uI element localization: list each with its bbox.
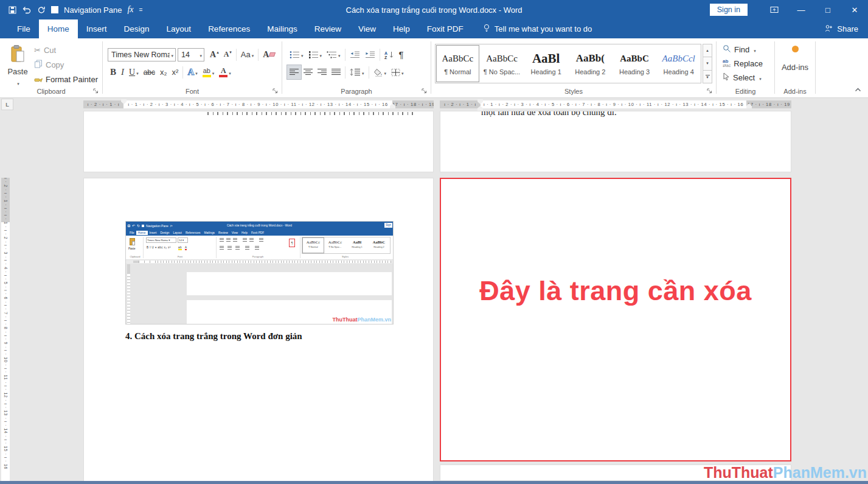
- style-heading-1[interactable]: AaBl Heading 1: [524, 44, 568, 83]
- numbering-button[interactable]: [306, 47, 325, 61]
- cut-button[interactable]: ✂ Cut: [34, 44, 98, 56]
- increase-indent-button[interactable]: [363, 47, 378, 61]
- styles-more-icon[interactable]: ▾: [703, 71, 712, 83]
- highlight-button[interactable]: ab: [200, 65, 217, 79]
- style-sample: AaBb(: [568, 47, 613, 68]
- styles-scroll-up-icon[interactable]: ▴: [703, 44, 712, 57]
- paste-button[interactable]: Paste: [5, 43, 30, 84]
- ribbon-display-options-icon[interactable]: [761, 0, 788, 19]
- format-painter-button[interactable]: Format Painter: [34, 73, 98, 85]
- addins-group: Add-ins Add-ins: [775, 38, 815, 97]
- font-color-bar: [219, 75, 227, 77]
- subscript-button[interactable]: x₂: [158, 65, 170, 79]
- find-button[interactable]: Find: [723, 44, 756, 55]
- align-right-button[interactable]: [315, 65, 329, 79]
- font-dialog-launcher-icon[interactable]: [272, 88, 279, 94]
- addin-dot-icon[interactable]: [792, 46, 799, 52]
- sign-in-button[interactable]: Sign in: [710, 4, 748, 16]
- tab-home[interactable]: Home: [39, 19, 78, 38]
- customize-quick-access-icon[interactable]: =: [139, 7, 142, 13]
- tab-selector[interactable]: L: [1, 99, 13, 110]
- text-effects-button[interactable]: A: [185, 65, 200, 79]
- page-to-delete[interactable]: Đây là trang cần xóa: [440, 178, 791, 461]
- strikethrough-button[interactable]: abc: [141, 65, 158, 79]
- underline-button[interactable]: U: [127, 65, 141, 79]
- style-normal[interactable]: AaBbCc ¶ Normal: [436, 44, 480, 83]
- show-formatting-marks-button[interactable]: ¶: [397, 47, 406, 61]
- font-color-button[interactable]: A: [217, 65, 234, 79]
- styles-group: AaBbCc ¶ Normal AaBbCc ¶ No Spac... AaBl…: [431, 38, 716, 97]
- tab-view[interactable]: View: [350, 19, 384, 38]
- tab-mailings[interactable]: Mailings: [259, 19, 306, 38]
- font-size-select[interactable]: 14: [178, 48, 204, 61]
- align-center-button[interactable]: [301, 65, 315, 79]
- styles-dialog-launcher-icon[interactable]: [706, 88, 713, 94]
- change-case-button[interactable]: Aa: [238, 47, 256, 61]
- clear-formatting-button[interactable]: A: [260, 47, 277, 61]
- grow-font-button[interactable]: A▴: [207, 47, 221, 61]
- clipped-line[interactable]: một lần nữa để xóa toàn bộ chúng đi.: [481, 111, 791, 117]
- select-label: Select: [733, 73, 755, 82]
- copy-label: Copy: [46, 60, 64, 69]
- replace-icon: ab⇄ac: [723, 59, 731, 68]
- page-left-main[interactable]: ↶ ↻ Navigation Pane fx Cách xóa trang tr…: [83, 178, 434, 484]
- font-family-select[interactable]: Times New Roma: [108, 48, 176, 61]
- minimize-button[interactable]: —: [788, 0, 814, 19]
- font-group: Times New Roma 14 A▴ A▾ Aa: [103, 38, 282, 97]
- undo-icon[interactable]: [22, 6, 32, 14]
- sort-button[interactable]: AZ: [382, 47, 397, 61]
- page-top-left[interactable]: [83, 111, 434, 172]
- red-page-text[interactable]: Đây là trang cần xóa: [441, 275, 790, 307]
- decrease-indent-button[interactable]: [347, 47, 363, 61]
- shading-button[interactable]: [371, 65, 389, 79]
- section-heading[interactable]: 4. Cách xóa trang trắng trong Word đơn g…: [125, 331, 302, 342]
- tab-insert[interactable]: Insert: [78, 19, 116, 38]
- copy-button[interactable]: Copy: [34, 58, 98, 71]
- tab-review[interactable]: Review: [306, 19, 350, 38]
- italic-button[interactable]: I: [119, 65, 127, 79]
- navigation-pane-label[interactable]: Navigation Pane: [64, 5, 122, 15]
- change-case-label: Aa: [241, 50, 251, 59]
- tell-me-box[interactable]: Tell me what you want to do: [483, 19, 592, 38]
- collapse-ribbon-icon[interactable]: [854, 85, 862, 94]
- embedded-screenshot[interactable]: ↶ ↻ Navigation Pane fx Cách xóa trang tr…: [125, 221, 394, 324]
- tab-references[interactable]: References: [200, 19, 259, 38]
- tab-help[interactable]: Help: [384, 19, 418, 38]
- addins-button[interactable]: Add-ins: [775, 63, 815, 72]
- line-spacing-button[interactable]: [347, 65, 367, 79]
- navigation-pane-checkbox[interactable]: [51, 6, 58, 13]
- share-button[interactable]: Share: [824, 19, 858, 38]
- clipboard-dialog-launcher-icon[interactable]: [92, 88, 99, 94]
- style-heading-4[interactable]: AaBbCcl Heading 4: [656, 44, 701, 83]
- page-top-right[interactable]: một lần nữa để xóa toàn bộ chúng đi.: [440, 111, 791, 172]
- style-sample: AaBbCc: [436, 47, 480, 68]
- close-button[interactable]: ✕: [841, 0, 868, 19]
- tab-layout[interactable]: Layout: [158, 19, 200, 38]
- paragraph-dialog-launcher-icon[interactable]: [421, 88, 428, 94]
- save-icon[interactable]: [9, 6, 16, 14]
- bullets-button[interactable]: [287, 47, 306, 61]
- mini-styles-gallery: AaBbCc¶ Normal AaBbCc¶ No Spac... AaBlHe…: [302, 237, 391, 254]
- bold-button[interactable]: B: [108, 65, 119, 79]
- style-no-spacing[interactable]: AaBbCc ¶ No Spac...: [480, 44, 524, 83]
- tab-file[interactable]: File: [9, 19, 39, 38]
- select-button[interactable]: Select: [723, 72, 762, 83]
- style-heading-3[interactable]: AaBbC Heading 3: [613, 44, 657, 83]
- styles-scroll-down-icon[interactable]: ▾: [703, 57, 712, 70]
- justify-button[interactable]: [329, 65, 343, 79]
- maximize-button[interactable]: □: [814, 0, 841, 19]
- tab-design[interactable]: Design: [116, 19, 158, 38]
- superscript-button[interactable]: x²: [170, 65, 181, 79]
- align-left-button[interactable]: [287, 65, 301, 79]
- multilevel-list-button[interactable]: [324, 47, 343, 61]
- redo-icon[interactable]: [37, 6, 46, 14]
- insert-function-icon[interactable]: fx: [127, 5, 133, 15]
- tab-foxit-pdf[interactable]: Foxit PDF: [418, 19, 472, 38]
- shrink-font-button[interactable]: A▾: [221, 47, 234, 61]
- borders-button[interactable]: [389, 65, 406, 79]
- mini-pilcrow-highlight-box: ¶: [289, 239, 295, 247]
- style-heading-2[interactable]: AaBb( Heading 2: [568, 44, 613, 83]
- replace-button[interactable]: ab⇄ac Replace: [723, 58, 763, 69]
- paragraph-group-label: Paragraph: [282, 88, 431, 95]
- mini-font-color: A: [185, 246, 187, 250]
